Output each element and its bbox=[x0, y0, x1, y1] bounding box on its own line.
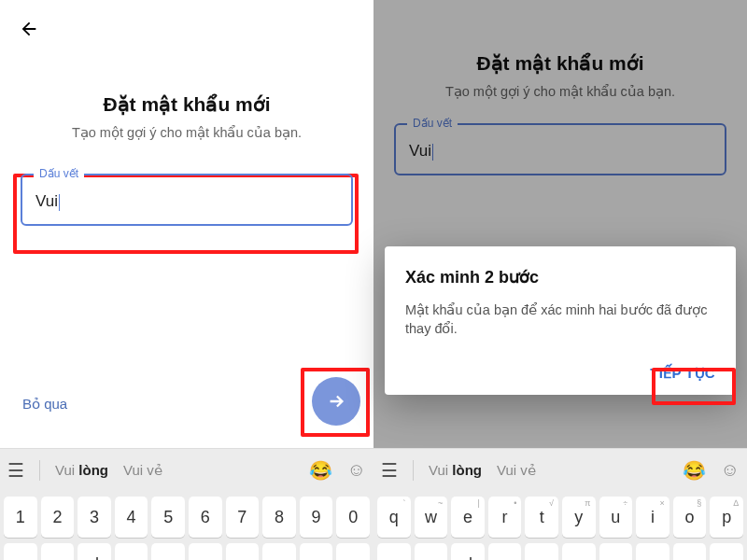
suggestion-2[interactable]: Vui vẻ bbox=[123, 462, 162, 479]
keyboard-drawer-icon[interactable]: ☰ bbox=[381, 459, 398, 482]
emoji-icon[interactable]: 😂 bbox=[683, 459, 706, 482]
key-8[interactable]: 8 bbox=[262, 497, 296, 538]
key-t[interactable]: √t bbox=[525, 497, 558, 538]
dialog-body: Mật khẩu của bạn để xác minh hai bước đã… bbox=[405, 301, 715, 339]
key-u[interactable]: ÷u bbox=[599, 497, 633, 538]
key-w[interactable]: ~w bbox=[415, 497, 448, 538]
key-d[interactable]: d bbox=[451, 543, 485, 560]
key-o[interactable]: §o bbox=[673, 497, 707, 538]
key-6[interactable]: 6 bbox=[189, 497, 222, 538]
emoji-icon[interactable]: 😂 bbox=[309, 459, 332, 482]
key-s[interactable]: s bbox=[41, 543, 75, 560]
key-4[interactable]: 4 bbox=[115, 497, 148, 538]
keyboard-row-partial: a s d bbox=[377, 543, 743, 560]
key-r[interactable]: •r bbox=[488, 497, 522, 538]
hint-input-label: Dấu vết bbox=[34, 167, 84, 180]
key-i[interactable]: ×i bbox=[636, 497, 669, 538]
key-p[interactable]: ∆p bbox=[710, 497, 743, 538]
keyboard-toolbar: ☰ Vui lòng Vui vẻ 😂 ☺ bbox=[0, 448, 374, 491]
dialog-title: Xác minh 2 bước bbox=[405, 267, 715, 287]
keyboard-row-partial: a s d bbox=[4, 543, 370, 560]
header: Đặt mật khẩu mới Tạo một gợi ý cho mật k… bbox=[0, 0, 374, 140]
smile-icon[interactable]: ☺ bbox=[721, 459, 740, 481]
suggestion-2[interactable]: Vui vẻ bbox=[497, 462, 536, 479]
separator bbox=[413, 460, 414, 481]
key-1[interactable]: 1 bbox=[4, 497, 37, 538]
key-2[interactable]: 2 bbox=[41, 497, 75, 538]
key-0[interactable]: 0 bbox=[336, 497, 370, 538]
keyboard-left: 1 2 3 4 5 6 7 8 9 0 a s d bbox=[0, 491, 374, 560]
keyboard-right: `q ~w |e •r √t πy ÷u ×i §o ∆p a s d bbox=[374, 491, 747, 560]
continue-button[interactable]: TIẾP TỤC bbox=[405, 365, 715, 382]
keyboard-toolbar-right: ☰ Vui lòng Vui vẻ 😂 ☺ bbox=[374, 448, 747, 491]
skip-link[interactable]: Bỏ qua bbox=[22, 396, 67, 413]
hint-input-wrap: Dấu vết Vui bbox=[21, 174, 353, 226]
back-icon[interactable] bbox=[19, 19, 39, 45]
arrow-right-icon bbox=[326, 391, 346, 412]
page-title: Đặt mật khẩu mới bbox=[0, 93, 374, 116]
keyboard-row-numbers: 1 2 3 4 5 6 7 8 9 0 bbox=[4, 497, 370, 543]
next-button[interactable] bbox=[312, 377, 360, 426]
suggestion-1[interactable]: Vui lòng bbox=[55, 462, 108, 478]
confirm-dialog: Xác minh 2 bước Mật khẩu của bạn để xác … bbox=[385, 246, 736, 395]
keyboard-row-letters: `q ~w |e •r √t πy ÷u ×i §o ∆p bbox=[377, 497, 743, 543]
page-subtitle: Tạo một gợi ý cho mật khẩu của bạn. bbox=[0, 125, 374, 140]
key-3[interactable]: 3 bbox=[78, 497, 111, 538]
suggestion-1[interactable]: Vui lòng bbox=[429, 462, 482, 478]
key-a[interactable]: a bbox=[4, 543, 37, 560]
key-q[interactable]: `q bbox=[377, 497, 411, 538]
key-a[interactable]: a bbox=[377, 543, 411, 560]
hint-input-value: Vui bbox=[35, 192, 58, 210]
panel-right: Đặt mật khẩu mới Tạo một gợi ý cho mật k… bbox=[374, 0, 747, 560]
text-cursor bbox=[59, 194, 60, 211]
hint-input[interactable]: Dấu vết Vui bbox=[21, 174, 353, 226]
keyboard-drawer-icon[interactable]: ☰ bbox=[7, 459, 24, 482]
key-s[interactable]: s bbox=[415, 543, 448, 560]
separator bbox=[39, 460, 40, 481]
key-d[interactable]: d bbox=[78, 543, 111, 560]
key-5[interactable]: 5 bbox=[151, 497, 185, 538]
panel-left: Đặt mật khẩu mới Tạo một gợi ý cho mật k… bbox=[0, 0, 374, 560]
key-7[interactable]: 7 bbox=[226, 497, 260, 538]
key-y[interactable]: πy bbox=[562, 497, 596, 538]
key-9[interactable]: 9 bbox=[300, 497, 333, 538]
smile-icon[interactable]: ☺ bbox=[347, 459, 366, 481]
key-e[interactable]: |e bbox=[451, 497, 485, 538]
